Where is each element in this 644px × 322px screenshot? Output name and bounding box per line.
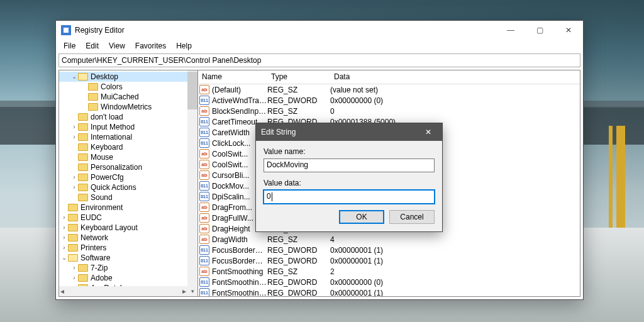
value-data: 0x00000001 (1) <box>330 257 580 265</box>
folder-icon <box>78 73 88 80</box>
tree-item[interactable]: ›PowerCfg <box>59 172 197 182</box>
string-value-icon <box>199 149 209 158</box>
list-row[interactable]: FontSmoothing...REG_DWORD0x00000000 (0) <box>198 277 580 287</box>
folder-icon <box>78 184 88 191</box>
chevron-right-icon[interactable]: › <box>70 184 78 191</box>
tree-item[interactable]: ›Network <box>59 233 197 243</box>
list-row[interactable]: FontSmoothingREG_SZ2 <box>198 266 580 277</box>
menu-help[interactable]: Help <box>171 40 197 52</box>
folder-icon <box>68 224 78 231</box>
dialog-close-button[interactable]: ✕ <box>414 123 442 141</box>
menu-edit[interactable]: Edit <box>80 40 104 52</box>
tree-item[interactable]: ›Keyboard Layout <box>59 223 197 233</box>
chevron-right-icon[interactable]: › <box>70 174 78 180</box>
col-type[interactable]: Type <box>267 70 330 84</box>
scroll-down-icon[interactable]: ▾ <box>187 286 197 296</box>
tree-item[interactable]: ›don't load <box>59 112 197 122</box>
tree-item-label: Adobe <box>91 274 113 282</box>
chevron-right-icon[interactable]: › <box>70 265 78 271</box>
list-row[interactable]: DragWidthREG_SZ4 <box>198 234 580 245</box>
tree-item[interactable]: ›Environment <box>59 203 197 213</box>
cancel-button[interactable]: Cancel <box>389 210 435 224</box>
scroll-thumb[interactable] <box>187 72 197 109</box>
value-data: 0 <box>330 107 580 116</box>
tree-pane[interactable]: ⌄Desktop›Colors›MuiCached›WindowMetrics›… <box>58 70 198 297</box>
dialog-title: Edit String <box>261 128 296 136</box>
menu-bar: File Edit View Favorites Help <box>56 40 583 52</box>
chevron-right-icon[interactable]: › <box>60 245 68 251</box>
dialog-title-bar[interactable]: Edit String ✕ <box>256 123 442 141</box>
tree-item[interactable]: ›WindowMetrics <box>59 102 197 112</box>
chevron-down-icon[interactable]: ⌄ <box>60 255 68 261</box>
chevron-right-icon[interactable]: › <box>70 275 78 281</box>
ok-button[interactable]: OK <box>339 210 384 224</box>
value-name: FontSmoothing <box>212 267 267 276</box>
tree-item[interactable]: ›Keyboard <box>59 142 197 152</box>
list-row[interactable]: (Default)REG_SZ(value not set) <box>198 84 580 95</box>
address-bar[interactable]: Computer\HKEY_CURRENT_USER\Control Panel… <box>58 53 580 67</box>
tree-item[interactable]: ›Mouse <box>59 152 197 162</box>
menu-file[interactable]: File <box>58 40 80 52</box>
tree-item[interactable]: ›7-Zip <box>59 263 197 273</box>
tree-item[interactable]: ›International <box>59 132 197 142</box>
list-row[interactable]: FocusBorderHei...REG_DWORD0x00000001 (1) <box>198 245 580 255</box>
close-button[interactable]: ✕ <box>554 21 583 40</box>
menu-favorites[interactable]: Favorites <box>130 40 171 52</box>
value-name: DragWidth <box>212 235 267 244</box>
list-row[interactable]: ActiveWndTrack...REG_DWORD0x00000000 (0) <box>198 95 580 106</box>
tree-item[interactable]: ›EUDC <box>59 213 197 223</box>
chevron-right-icon[interactable]: › <box>70 124 78 130</box>
edit-string-dialog: Edit String ✕ Value name: DockMoving Val… <box>255 123 443 232</box>
list-row[interactable]: BlockSendInput...REG_SZ0 <box>198 106 580 116</box>
chevron-right-icon[interactable]: › <box>70 134 78 140</box>
folder-icon <box>88 83 98 91</box>
value-data: 0x00000001 (1) <box>330 289 580 297</box>
folder-icon <box>68 214 78 221</box>
tree-item[interactable]: ⌄Desktop <box>59 72 197 82</box>
text-caret <box>272 192 272 201</box>
binary-value-icon <box>199 288 209 296</box>
string-value-icon <box>199 170 209 180</box>
tree-item[interactable]: ›Quick Actions <box>59 182 197 192</box>
tree-item[interactable]: ›Sound <box>59 192 197 203</box>
folder-icon <box>68 234 78 242</box>
tree-item[interactable]: ›Input Method <box>59 122 197 132</box>
list-row[interactable]: FontSmoothing...REG_DWORD0x00000001 (1) <box>198 287 580 296</box>
title-bar[interactable]: Registry Editor — ▢ ✕ <box>56 21 583 40</box>
chevron-right-icon[interactable]: › <box>60 225 68 231</box>
value-data-input[interactable]: 0 <box>264 190 435 204</box>
value-name-input[interactable]: DockMoving <box>264 158 435 172</box>
string-value-icon <box>199 235 209 244</box>
tree-item[interactable]: ›Personalization <box>59 162 197 172</box>
tree-item[interactable]: ›Printers <box>59 243 197 253</box>
minimize-button[interactable]: — <box>496 21 525 40</box>
value-data: 0x00000000 (0) <box>330 96 580 105</box>
tree-item[interactable]: ›Colors <box>59 82 197 92</box>
tree-item[interactable]: ›MuiCached <box>59 92 197 102</box>
dialog-buttons: OK Cancel <box>264 210 435 224</box>
regedit-icon <box>61 25 71 35</box>
binary-value-icon <box>199 245 209 255</box>
chevron-right-icon[interactable]: › <box>60 214 68 221</box>
tree-item[interactable]: ⌄Software <box>59 253 197 263</box>
value-name: ActiveWndTrack... <box>212 96 267 105</box>
tree-hscroll[interactable]: ◂▸ <box>59 286 187 296</box>
tree-item-label: Environment <box>80 203 123 212</box>
menu-view[interactable]: View <box>104 40 130 52</box>
tree-item[interactable]: ›Adobe <box>59 273 197 283</box>
maximize-button[interactable]: ▢ <box>525 21 554 40</box>
value-type: REG_DWORD <box>267 96 330 105</box>
folder-icon <box>78 133 88 141</box>
list-row[interactable]: FocusBorderWid...REG_DWORD0x00000001 (1) <box>198 255 580 266</box>
chevron-right-icon[interactable]: › <box>60 235 68 241</box>
col-data[interactable]: Data <box>330 70 580 84</box>
value-type: REG_DWORD <box>267 278 330 287</box>
value-type: REG_SZ <box>267 107 330 116</box>
tree-item-label: International <box>91 133 132 142</box>
folder-icon <box>78 274 88 282</box>
chevron-down-icon[interactable]: ⌄ <box>70 74 78 80</box>
value-data: 2 <box>330 267 580 276</box>
binary-value-icon <box>199 96 209 105</box>
tree-scrollbar[interactable] <box>187 70 197 286</box>
col-name[interactable]: Name <box>198 70 267 84</box>
